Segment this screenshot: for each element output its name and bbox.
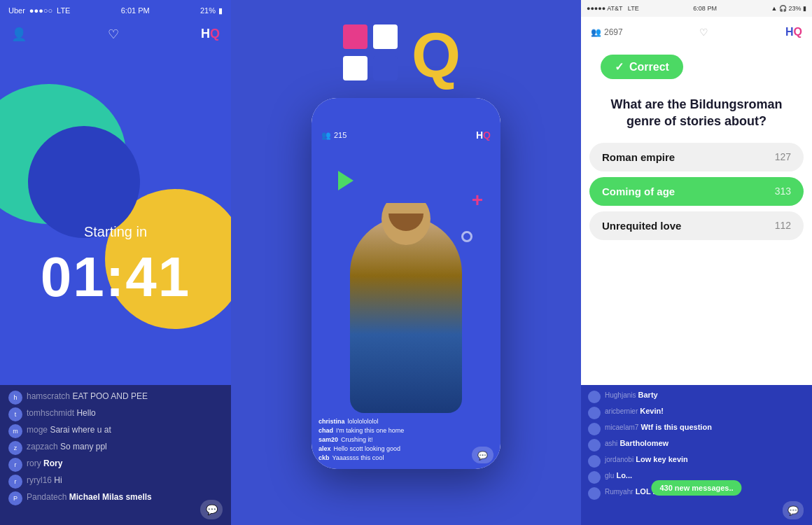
avatar [588,391,601,403]
right-chat-area: Hughjanis Barty aricbernier Kevin! micae… [581,385,812,525]
avatar [588,439,601,451]
phone-hq-logo: HQ [476,129,491,141]
chat-msg-2: t tomhschmidt Hello [8,407,223,421]
answer-option-1[interactable]: Roman empire 127 [589,143,804,172]
avatar: r [8,458,22,472]
person-display [326,203,486,413]
quiz-question: What are the Bildungsroman genre of stor… [581,86,812,137]
svg-rect-3 [373,24,398,49]
answer-count-3: 112 [775,220,791,231]
avatar: m [8,424,22,438]
left-chat-area: h hamscratch EAT POO AND PEE t tomhschmi… [0,385,231,525]
chat-msg-5: r rory Rory [8,458,223,472]
chat-msg-4: z zapzach So many ppl [8,441,223,455]
phone-top-bar: 👥 215 HQ [312,129,500,141]
phone-chat-5: ckb Yaaassss this cool [318,454,493,461]
avatar [588,407,601,419]
right-chat-4: ashi Bartholomew [588,439,805,451]
correct-badge-container: ✓ Correct [581,48,812,86]
correct-label: Correct [629,61,669,74]
answer-count-1: 127 [775,151,791,162]
answer-option-3[interactable]: Unrequited love 112 [589,211,804,240]
check-icon: ✓ [615,60,624,74]
avatar [588,455,601,468]
right-phone-screen: ●●●●● AT&T LTE 6:08 PM ▲ 🎧 23% ▮ 👥 2697 … [581,0,812,525]
phone-chat-3: sam20 Crushing it! [318,436,493,443]
blob-blue-dark [28,126,140,238]
phone-chat-4: alex Hello scott looking good [318,445,493,452]
left-status-bar: Uber ●●●○○ LTE 6:01 PM 21% ▮ [0,0,231,21]
person-head [382,203,430,245]
play-icon [332,168,358,193]
right-chat-5: jordanobi Low key kevin [588,455,805,468]
left-panel: Uber ●●●○○ LTE 6:01 PM 21% ▮ 👤 ♡ HQ Star… [0,0,231,525]
answer-text-2: Coming of age [602,186,675,197]
phone-screen: 👥 215 HQ + [312,98,500,469]
phone-viewer-count: 👥 215 [321,131,346,140]
left-hq-logo: HQ [201,27,220,42]
new-messages-badge[interactable]: 430 new messages.. [651,480,741,496]
chat-msg-1: h hamscratch EAT POO AND PEE [8,391,223,405]
avatar: P [8,491,22,505]
right-status-bar: ●●●●● AT&T LTE 6:08 PM ▲ 🎧 23% ▮ [581,0,812,17]
chat-bubble-icon[interactable]: 💬 [200,500,223,519]
countdown-timer: 01:41 [0,245,231,309]
speech-bubble-icon: 💬 [788,505,799,516]
answer-option-2[interactable]: Coming of age 313 [589,177,804,206]
chat-msg-7: P Pandatech Michael Milas smells [8,491,223,505]
right-panel: ●●●●● AT&T LTE 6:08 PM ▲ 🎧 23% ▮ 👥 2697 … [581,0,812,525]
phone-chat-icon[interactable]: 💬 [472,447,493,463]
svg-marker-0 [338,171,354,190]
phone-chat-2: chad I'm taking this one home [318,427,493,434]
right-chat-1: Hughjanis Barty [588,391,805,403]
avatar: z [8,441,22,455]
speech-bubble-icon: 💬 [206,504,218,515]
right-top-bar: 👥 2697 ♡ HQ [581,17,812,48]
avatar: t [8,407,22,421]
right-chat-3: micaelam7 Wtf is this question [588,423,805,435]
avatar [588,423,601,435]
phone-chat-1: christina lolololololol [318,418,493,425]
right-hq-logo: HQ [785,26,802,38]
chat-msg-3: m moge Sarai where u at [8,424,223,438]
correct-badge: ✓ Correct [601,55,683,79]
center-phone: 👥 215 HQ + [312,98,500,469]
left-time: 6:01 PM [121,6,150,15]
avatar [588,487,601,500]
avatar: h [8,391,22,405]
left-top-icons: 👤 ♡ HQ [0,27,231,42]
avatar: r [8,475,22,489]
chat-msg-6: r ryryl16 Hi [8,475,223,489]
heart-icon[interactable]: ♡ [108,27,119,42]
chat-bubble-icon: 💬 [477,451,488,461]
quiz-area: ●●●●● AT&T LTE 6:08 PM ▲ 🎧 23% ▮ 👥 2697 … [581,0,812,385]
profile-icon[interactable]: 👤 [11,27,27,42]
svg-rect-1 [343,24,368,49]
starting-in-label: Starting in [0,224,231,240]
right-chat-icon[interactable]: 💬 [783,501,804,519]
right-viewer-count: 👥 2697 [591,27,623,37]
answer-text-1: Roman empire [602,151,675,163]
answer-text-3: Unrequited love [602,220,681,232]
person-silhouette [350,217,462,413]
svg-rect-4 [373,56,398,80]
person-beard [388,214,424,231]
answer-count-2: 313 [775,186,791,197]
center-hq-logo: Q [336,18,476,94]
right-chat-2: aricbernier Kevin! [588,407,805,419]
hq-logo-svg: Q [336,18,476,94]
heart-icon[interactable]: ♡ [699,27,708,38]
svg-rect-2 [343,56,368,80]
avatar [588,471,601,484]
left-battery: 21% ▮ [200,6,223,15]
svg-text:Q: Q [412,20,461,90]
left-carrier: Uber ●●●○○ LTE [8,6,70,15]
